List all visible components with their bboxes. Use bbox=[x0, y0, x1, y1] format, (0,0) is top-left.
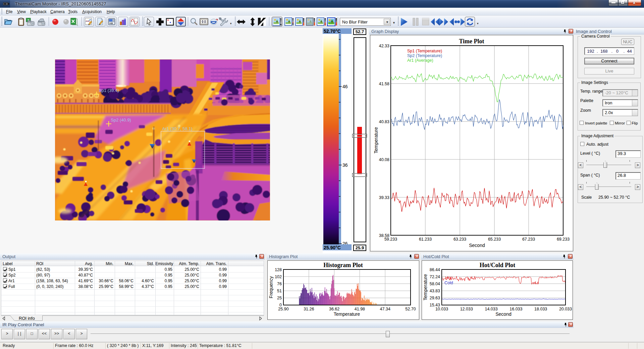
svg-text:Second: Second bbox=[469, 243, 485, 248]
svg-text:Second: Second bbox=[495, 311, 511, 317]
svg-text:Temperature: Temperature bbox=[423, 274, 428, 300]
svg-text:29.63: 29.63 bbox=[430, 296, 440, 300]
svg-text:20.033: 20.033 bbox=[559, 307, 572, 311]
svg-text:16.033: 16.033 bbox=[509, 307, 522, 311]
svg-text:46: 46 bbox=[342, 84, 348, 89]
svg-text:58.04: 58.04 bbox=[430, 282, 440, 286]
svg-text:25.90: 25.90 bbox=[278, 307, 288, 311]
svg-text:Sp2 (Temperature): Sp2 (Temperature) bbox=[407, 53, 442, 58]
svg-text:51: 51 bbox=[277, 289, 282, 293]
svg-text:69.233: 69.233 bbox=[557, 237, 570, 242]
svg-text:76: 76 bbox=[277, 282, 282, 286]
svg-text:41.58: 41.58 bbox=[379, 82, 389, 86]
svg-text:25: 25 bbox=[277, 296, 282, 300]
svg-text:102: 102 bbox=[275, 275, 282, 279]
svg-text:72.24: 72.24 bbox=[430, 275, 440, 279]
svg-text:18.033: 18.033 bbox=[534, 307, 547, 311]
svg-text:,: , bbox=[77, 22, 78, 26]
svg-text:86.44: 86.44 bbox=[430, 267, 440, 272]
svg-text:Histogram Plot: Histogram Plot bbox=[323, 262, 363, 268]
svg-text:14.033: 14.033 bbox=[485, 307, 497, 311]
svg-text:Hot/Cold Plot: Hot/Cold Plot bbox=[480, 262, 516, 268]
svg-text:Sp2 (40.9): Sp2 (40.9) bbox=[111, 117, 131, 122]
svg-text:Ar1 (Average): Ar1 (Average) bbox=[407, 58, 433, 63]
svg-text:41.98: 41.98 bbox=[355, 307, 365, 311]
svg-text:59.233: 59.233 bbox=[384, 237, 397, 242]
svg-text:Cold: Cold bbox=[444, 281, 453, 285]
svg-text:Temperature: Temperature bbox=[334, 311, 360, 317]
svg-text:Temperature: Temperature bbox=[373, 127, 379, 153]
svg-text:42.33: 42.33 bbox=[379, 44, 389, 48]
svg-text:47.34: 47.34 bbox=[380, 307, 390, 311]
svg-text:Ar1 (30.7, 58.1): Ar1 (30.7, 58.1) bbox=[162, 126, 192, 131]
svg-text:12.033: 12.033 bbox=[460, 307, 473, 311]
svg-text:Sp1 (39.4): Sp1 (39.4) bbox=[99, 88, 119, 93]
svg-text:67.233: 67.233 bbox=[522, 237, 535, 242]
svg-text:61.233: 61.233 bbox=[419, 237, 432, 242]
svg-text:39.33: 39.33 bbox=[379, 195, 389, 200]
svg-text:Time Plot: Time Plot bbox=[459, 38, 484, 45]
svg-text:52.70: 52.70 bbox=[405, 307, 416, 311]
svg-text:43.83: 43.83 bbox=[430, 289, 440, 293]
svg-text:36: 36 bbox=[342, 162, 348, 168]
svg-text:36.62: 36.62 bbox=[329, 307, 339, 311]
svg-text:Sp1 (Temperature): Sp1 (Temperature) bbox=[407, 49, 442, 53]
svg-text:Frequency: Frequency bbox=[268, 276, 274, 298]
svg-text:31.26: 31.26 bbox=[304, 307, 314, 311]
svg-text:63.233: 63.233 bbox=[453, 237, 466, 242]
svg-text:26: 26 bbox=[342, 241, 348, 244]
svg-text:40.08: 40.08 bbox=[379, 157, 389, 162]
svg-text:128: 128 bbox=[275, 267, 282, 272]
svg-text:10.033: 10.033 bbox=[435, 307, 448, 311]
svg-text:40.83: 40.83 bbox=[379, 119, 389, 124]
svg-text:65.233: 65.233 bbox=[488, 237, 501, 242]
